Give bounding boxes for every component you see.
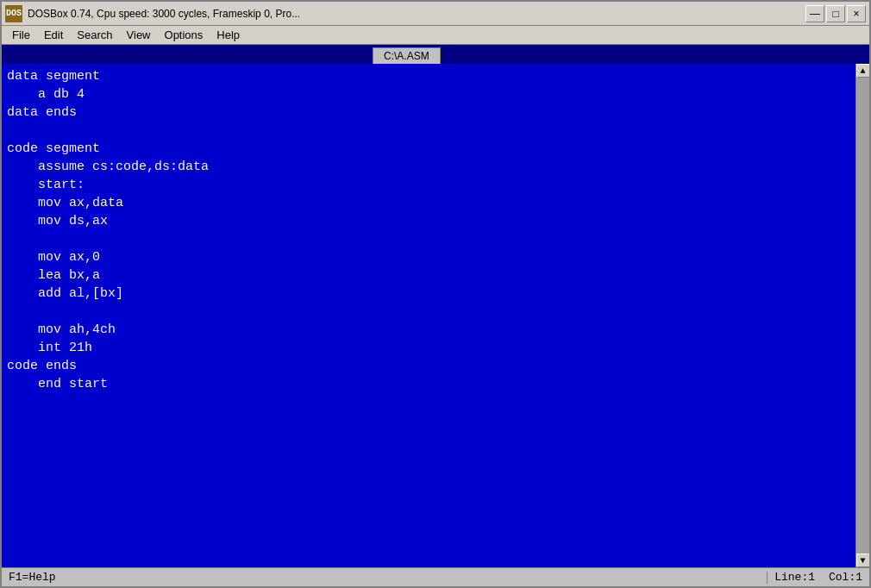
status-line: Line:1: [774, 571, 815, 584]
menu-file[interactable]: File: [5, 27, 37, 43]
menu-bar: File Edit Search View Options Help: [2, 26, 869, 45]
close-button[interactable]: ×: [847, 5, 866, 22]
window-controls: — □ ×: [805, 5, 866, 22]
status-col: Col:1: [829, 571, 862, 584]
window-title: DOSBox 0.74, Cpu speed: 3000 cycles, Fra…: [28, 8, 800, 20]
menu-search[interactable]: Search: [70, 27, 119, 43]
scroll-up-button[interactable]: ▲: [856, 64, 870, 78]
status-divider: [767, 572, 768, 584]
app-icon-text: DOS: [6, 9, 22, 18]
code-editor[interactable]: data segment a db 4 data ends code segme…: [2, 64, 855, 567]
menu-view[interactable]: View: [120, 27, 158, 43]
file-tab[interactable]: C:\A.ASM: [373, 47, 441, 64]
menu-edit[interactable]: Edit: [37, 27, 70, 43]
status-bar: F1=Help Line:1 Col:1: [2, 567, 869, 586]
scroll-down-button[interactable]: ▼: [856, 554, 870, 567]
status-help: F1=Help: [9, 571, 760, 584]
menu-options[interactable]: Options: [158, 27, 210, 43]
editor-container: data segment a db 4 data ends code segme…: [2, 64, 869, 567]
maximize-button[interactable]: □: [826, 5, 845, 22]
dosbox-window: DOS DOSBox 0.74, Cpu speed: 3000 cycles,…: [0, 0, 871, 588]
app-icon: DOS: [5, 5, 22, 22]
menu-help[interactable]: Help: [210, 27, 247, 43]
vertical-scrollbar[interactable]: ▲ ▼: [855, 64, 869, 567]
status-position: Line:1 Col:1: [774, 571, 862, 584]
minimize-button[interactable]: —: [805, 5, 824, 22]
scroll-track[interactable]: [856, 78, 869, 554]
tab-bar: C:\A.ASM: [2, 45, 869, 64]
title-bar: DOS DOSBox 0.74, Cpu speed: 3000 cycles,…: [2, 2, 869, 26]
